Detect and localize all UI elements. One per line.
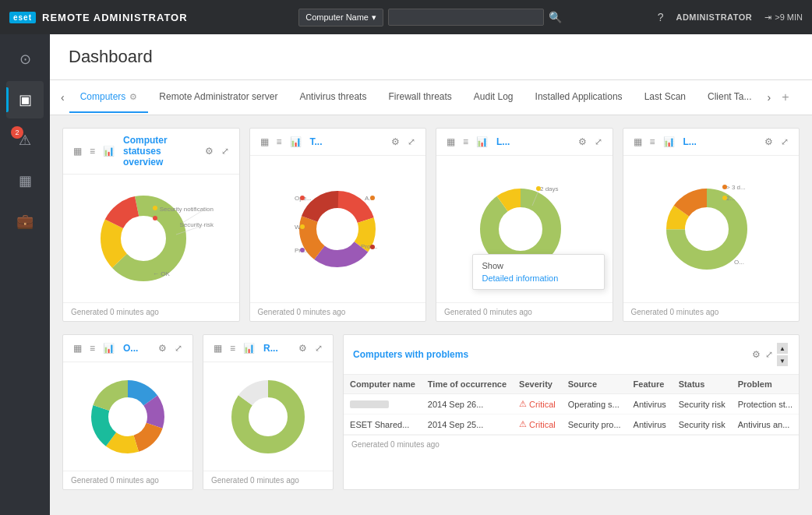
page-title: Dashboard xyxy=(50,34,812,80)
widget-body-o xyxy=(63,362,192,471)
tab-last-scan[interactable]: Last Scan xyxy=(634,82,697,113)
widget-gear-icon3[interactable]: ⚙ xyxy=(576,135,589,149)
logout-button[interactable]: ⇥ >9 MIN xyxy=(764,12,803,23)
severity-badge2: ⚠ Critical xyxy=(519,419,556,429)
widget-expand-icon4[interactable]: ⤢ xyxy=(778,135,791,149)
widget-gear-icon2[interactable]: ⚙ xyxy=(389,135,402,149)
widget-list-icon4[interactable]: ≡ xyxy=(648,135,658,149)
tooltip-show-label: Show xyxy=(482,261,595,270)
col-source: Source xyxy=(562,375,627,394)
search-area: Computer Name ▾ 🔍 xyxy=(203,9,658,26)
search-input-wrap xyxy=(388,9,544,26)
widget-bar-icon6[interactable]: ▦ xyxy=(211,341,224,355)
widget-gear-icon6[interactable]: ⚙ xyxy=(296,341,309,355)
widget-header-statuses: ▦ ≡ 📊 Computer statuses overview ⚙ ⤢ xyxy=(63,129,239,175)
cell-source4: Antivirus xyxy=(627,414,673,435)
tab-firewall[interactable]: Firewall threats xyxy=(377,82,462,113)
tab-computers[interactable]: Computers ⚙ xyxy=(69,82,149,113)
svg-point-52 xyxy=(250,399,286,435)
col-computer-name: Computer name xyxy=(344,375,422,394)
widget-bar-icon3[interactable]: ▦ xyxy=(444,135,457,149)
widget-list-icon[interactable]: ≡ xyxy=(87,144,97,158)
widget-expand-icon3[interactable]: ⤢ xyxy=(592,135,605,149)
search-dropdown-label: Computer Name xyxy=(305,12,369,22)
search-input[interactable] xyxy=(394,9,518,25)
problems-expand-icon[interactable]: ⤢ xyxy=(763,347,775,362)
cell-problem: Protection st... xyxy=(732,394,799,414)
problems-header: Computers with problems ⚙ ⤢ ▲ ▼ xyxy=(344,335,799,375)
widget-chart-icon3[interactable]: 📊 xyxy=(474,135,490,149)
widget-footer-l2: Generated 0 minutes ago xyxy=(623,302,800,321)
scroll-down-btn[interactable]: ▼ xyxy=(777,355,788,366)
widget-chart-icon4[interactable]: 📊 xyxy=(661,135,677,149)
table-row[interactable]: 2014 Sep 26... ⚠ Critical Operating s...… xyxy=(344,394,799,414)
search-dropdown[interactable]: Computer Name ▾ xyxy=(298,9,383,26)
problems-gear-icon[interactable]: ⚙ xyxy=(750,347,763,362)
widget-chart-icon[interactable]: 📊 xyxy=(101,144,117,158)
svg-text:> 3 d...: > 3 d... xyxy=(726,184,746,191)
widget-o: ▦ ≡ 📊 O... ⚙ ⤢ xyxy=(62,334,193,490)
cell-source3: Security pro... xyxy=(562,414,627,435)
cell-severity2: ⚠ Critical xyxy=(513,414,562,435)
widget-header-l1: ▦ ≡ 📊 L... ⚙ ⤢ xyxy=(436,129,613,156)
widget-gear-icon[interactable]: ⚙ xyxy=(203,144,216,158)
widget-bar-icon2[interactable]: ▦ xyxy=(258,135,271,149)
sidebar-item-dashboard[interactable]: ⊙ xyxy=(6,41,44,78)
problems-table-body: 2014 Sep 26... ⚠ Critical Operating s...… xyxy=(344,394,799,435)
detailed-info-link[interactable]: Detailed information xyxy=(482,273,559,283)
widget-gear-icon5[interactable]: ⚙ xyxy=(156,341,169,355)
tab-remote-admin[interactable]: Remote Administrator server xyxy=(148,82,288,113)
widget-footer-t: Generated 0 minutes ago xyxy=(250,302,426,321)
widget-chart-icon5[interactable]: 📊 xyxy=(101,341,117,355)
tab-audit[interactable]: Audit Log xyxy=(463,82,524,113)
widget-expand-icon6[interactable]: ⤢ xyxy=(312,341,325,355)
sidebar-item-alerts[interactable]: 2 ⚠ xyxy=(6,122,44,159)
tab-nav-next[interactable]: › xyxy=(762,80,775,115)
reports-icon: ▦ xyxy=(19,172,32,189)
tab-gear-icon[interactable]: ⚙ xyxy=(129,92,137,102)
svg-point-41 xyxy=(722,185,727,189)
widget-bar-icon4[interactable]: ▦ xyxy=(631,135,644,149)
chevron-down-icon: ▾ xyxy=(372,12,376,23)
sidebar-item-computers[interactable]: ▣ xyxy=(6,81,44,118)
col-problem: Problem xyxy=(732,375,799,394)
sidebar-item-admin[interactable]: 💼 xyxy=(6,203,44,240)
widget-chart-icon2[interactable]: 📊 xyxy=(288,135,304,149)
widget-expand-icon5[interactable]: ⤢ xyxy=(172,341,185,355)
widget-expand-icon[interactable]: ⤢ xyxy=(219,144,231,158)
widget-footer-l1: Generated 0 minutes ago xyxy=(436,302,613,321)
severity-badge: ⚠ Critical xyxy=(519,399,556,409)
help-icon[interactable]: ? xyxy=(658,11,664,23)
svg-text:← OK: ← OK xyxy=(153,270,170,277)
search-icon[interactable]: 🔍 xyxy=(549,11,562,23)
widget-list-icon6[interactable]: ≡ xyxy=(228,341,238,355)
computers-icon: ▣ xyxy=(19,91,32,108)
widget-list-icon2[interactable]: ≡ xyxy=(274,135,284,149)
tab-installed-apps[interactable]: Installed Applications xyxy=(524,82,634,113)
widget-header-r: ▦ ≡ 📊 R... ⚙ ⤢ xyxy=(203,335,333,362)
widget-expand-icon2[interactable]: ⤢ xyxy=(405,135,418,149)
svg-point-32 xyxy=(536,186,541,191)
svg-text:Security notification: Security notification xyxy=(159,206,213,213)
tab-antivirus[interactable]: Antivirus threats xyxy=(288,82,377,113)
dashboard-icon: ⊙ xyxy=(19,51,31,68)
widget-list-icon3[interactable]: ≡ xyxy=(461,135,471,149)
problems-table: Computer name Time of occurrence Severit… xyxy=(344,375,799,435)
widget-chart-icon6[interactable]: 📊 xyxy=(241,341,257,355)
tab-client-tasks[interactable]: Client Ta... xyxy=(697,82,762,113)
widget-gear-icon4[interactable]: ⚙ xyxy=(762,135,775,149)
widget-bar-icon5[interactable]: ▦ xyxy=(71,341,84,355)
sidebar-item-reports[interactable]: ▦ xyxy=(6,162,44,199)
tab-nav-prev[interactable]: ‹ xyxy=(56,80,69,115)
add-tab-button[interactable]: + xyxy=(775,90,795,104)
widget-bar-icon[interactable]: ▦ xyxy=(71,144,84,158)
table-row[interactable]: ESET Shared... 2014 Sep 25... ⚠ Critical… xyxy=(344,414,799,435)
widget-footer-r: Generated 0 minutes ago xyxy=(203,471,333,489)
widget-list-icon5[interactable]: ≡ xyxy=(87,341,97,355)
svg-text:2...: 2... xyxy=(726,195,735,202)
widget-title-t: T... xyxy=(310,136,386,147)
scroll-up-btn[interactable]: ▲ xyxy=(777,343,788,354)
svg-point-10 xyxy=(153,216,157,220)
donut-chart-o xyxy=(81,374,175,460)
severity-icon: ⚠ xyxy=(519,399,527,409)
